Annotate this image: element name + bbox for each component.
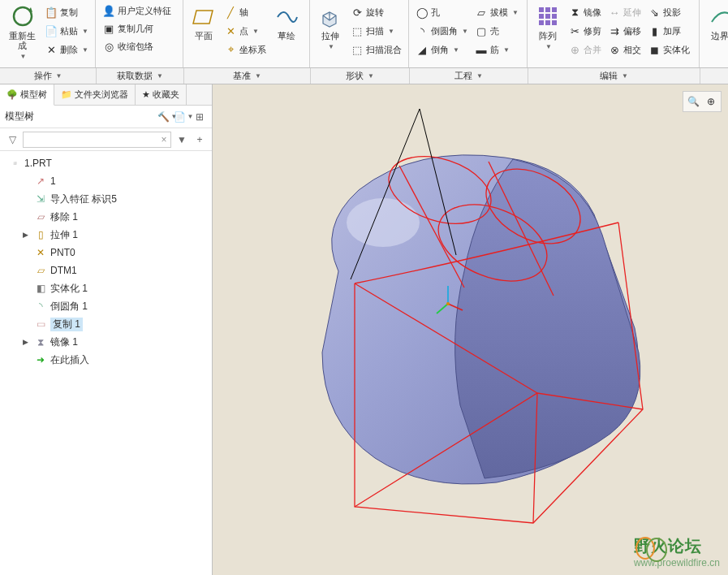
feature-icon: ◝ — [34, 300, 47, 313]
udf-button[interactable]: 👤用户定义特征 — [99, 2, 179, 19]
ribbon-toolbar: 重新生成▼ 📋复制 📄粘贴▼ ✕删除▼ 👤用户定义特征 ▣复制几何 ◎收缩包络 … — [0, 0, 728, 68]
mirror-button[interactable]: ⧗镜像 — [565, 3, 605, 21]
search-dropdown[interactable]: ▼ — [174, 132, 189, 147]
feature-icon: ▯ — [34, 228, 47, 241]
project-button[interactable]: ⇘投影 — [644, 3, 693, 21]
tree-item[interactable]: ◝倒圆角 1 — [0, 297, 212, 315]
glabel-operate[interactable]: 操作▼ — [0, 68, 97, 84]
blend-button[interactable]: ⬚扫描混合 — [347, 41, 405, 58]
shrinkwrap-button[interactable]: ◎收缩包络 — [99, 37, 179, 55]
tree-root[interactable]: ▫️ 1.PRT — [0, 154, 212, 172]
plane-button[interactable]: 平面 — [187, 2, 221, 42]
extend-button[interactable]: ↔延伸 — [605, 3, 644, 21]
tab-model-tree[interactable]: 🌳模型树 — [0, 84, 54, 106]
rib-button[interactable]: ▬筋▼ — [472, 41, 522, 58]
label: 平面 — [195, 31, 213, 41]
csys-button[interactable]: ⌖坐标系 — [221, 41, 269, 58]
label: 拔模 — [490, 6, 508, 19]
label: 文件夹浏览器 — [75, 89, 128, 101]
label: 偏移 — [623, 25, 641, 37]
glabel-datum[interactable]: 基准▼ — [184, 68, 311, 84]
expand-icon[interactable]: ▶ — [23, 338, 31, 346]
ribbon-group-edit: 阵列▼ ⧗镜像 ✂修剪 ⊕合并 ↔延伸 ⇉偏移 ⊗相交 ⇘投影 ▮加厚 ◼实体化 — [528, 0, 700, 67]
zoom-in-button[interactable]: ⊕ — [703, 93, 719, 110]
offset-button[interactable]: ⇉偏移 — [605, 22, 644, 40]
feature-icon: ↗ — [34, 175, 47, 188]
round-button[interactable]: ◝倒圆角▼ — [412, 22, 472, 40]
copy-button[interactable]: 📋复制 — [41, 3, 92, 21]
point-button[interactable]: ✕点▼ — [221, 22, 269, 40]
chamfer-button[interactable]: ◢倒角▼ — [412, 41, 472, 58]
paste-button[interactable]: 📄粘贴▼ — [41, 22, 92, 40]
clear-search-button[interactable]: × — [157, 132, 171, 147]
expand-icon[interactable]: ▶ — [23, 231, 31, 239]
feature-icon: ▱ — [34, 210, 47, 223]
draft-button[interactable]: ▱拔模▼ — [472, 3, 522, 21]
pattern-button[interactable]: 阵列▼ — [531, 2, 565, 53]
tree-item[interactable]: ▶▯拉伸 1 — [0, 226, 212, 244]
delete-button[interactable]: ✕删除▼ — [41, 41, 92, 58]
feature-icon: ⇲ — [34, 192, 47, 205]
glabel-eng[interactable]: 工程▼ — [410, 68, 528, 84]
ribbon-group-shape: 拉伸▼ ⟳旋转 ⬚扫描▼ ⬚扫描混合 — [310, 0, 409, 67]
filter-icon[interactable]: ▽ — [5, 132, 19, 147]
axis-button[interactable]: ╱轴 — [221, 3, 269, 21]
panel-tabs: 🌳模型树 📁文件夹浏览器 ★收藏夹 — [0, 84, 212, 106]
glabel-data[interactable]: 获取数据▼ — [97, 68, 184, 84]
tree-item[interactable]: ▱移除 1 — [0, 208, 212, 226]
model-render — [213, 84, 728, 575]
svg-point-19 — [647, 538, 666, 561]
copy-geom-button[interactable]: ▣复制几何 — [99, 19, 179, 37]
ribbon-group-operate: 重新生成▼ 📋复制 📄粘贴▼ ✕删除▼ — [0, 0, 96, 67]
tree-item[interactable]: ▭复制 1 — [0, 315, 212, 333]
viewport-3d[interactable]: 🔍 ⊕ 野火论坛 www.proewildfire.cn — [213, 84, 728, 575]
hole-button[interactable]: ◯孔 — [412, 3, 472, 21]
regenerate-button[interactable]: 重新生成▼ — [3, 2, 41, 63]
sweep-button[interactable]: ⬚扫描▼ — [347, 22, 405, 40]
sketch-button[interactable]: 草绘 — [269, 2, 304, 42]
tree-item[interactable]: ➜在此插入 — [0, 351, 212, 369]
label: 复制 — [60, 6, 78, 19]
feature-icon: ▭ — [34, 318, 47, 331]
label: 筋 — [490, 44, 499, 56]
add-button[interactable]: + — [192, 132, 207, 147]
extrude-button[interactable]: 拉伸▼ — [313, 2, 347, 53]
merge-button[interactable]: ⊕合并 — [565, 41, 605, 58]
svg-rect-2 — [545, 7, 550, 12]
tree-item[interactable]: ⇲导入特征 标识5 — [0, 190, 212, 208]
tree-tool-2[interactable]: 📄▼ — [176, 110, 191, 124]
trim-button[interactable]: ✂修剪 — [565, 22, 605, 40]
feature-icon: ✕ — [34, 246, 47, 259]
label: 延伸 — [623, 6, 641, 19]
boundary-button[interactable]: 边界 — [703, 2, 728, 42]
tree-item[interactable]: ▶⧗镜像 1 — [0, 333, 212, 351]
tree-item[interactable]: ◧实体化 1 — [0, 279, 212, 297]
thicken-button[interactable]: ▮加厚 — [644, 22, 693, 40]
revolve-button[interactable]: ⟳旋转 — [347, 3, 405, 21]
watermark-logo — [634, 535, 668, 563]
solidify-button[interactable]: ◼实体化 — [644, 41, 693, 58]
viewport-tools: 🔍 ⊕ — [683, 91, 722, 112]
watermark: 野火论坛 www.proewildfire.cn — [634, 535, 720, 569]
tree-search-input[interactable] — [23, 132, 171, 148]
glabel-edit[interactable]: 编辑▼ — [528, 68, 700, 84]
tree-tool-1[interactable]: 🔨▼ — [160, 110, 174, 124]
tab-favorites[interactable]: ★收藏夹 — [136, 84, 187, 105]
shell-button[interactable]: ▢壳 — [472, 22, 522, 40]
label: 在此插入 — [50, 353, 89, 367]
feature-icon: ▱ — [34, 264, 47, 277]
main-area: 🌳模型树 📁文件夹浏览器 ★收藏夹 模型树 🔨▼ 📄▼ ⊞ ▽ × ▼ + ▫️… — [0, 84, 728, 575]
label: 删除 — [60, 44, 78, 56]
label: 实体化 1 — [50, 282, 88, 296]
intersect-button[interactable]: ⊗相交 — [605, 41, 644, 58]
label: 孔 — [431, 6, 440, 19]
glabel-shape[interactable]: 形状▼ — [311, 68, 410, 84]
label: 导入特征 标识5 — [50, 192, 117, 206]
tab-folder-browser[interactable]: 📁文件夹浏览器 — [54, 84, 136, 105]
tree-item[interactable]: ▱DTM1 — [0, 262, 212, 279]
label: 重新生成 — [9, 31, 36, 50]
tree-tool-3[interactable]: ⊞ — [192, 110, 207, 124]
refit-button[interactable]: 🔍 — [685, 93, 701, 110]
tree-item[interactable]: ↗1 — [0, 172, 212, 190]
tree-item[interactable]: ✕PNT0 — [0, 244, 212, 262]
